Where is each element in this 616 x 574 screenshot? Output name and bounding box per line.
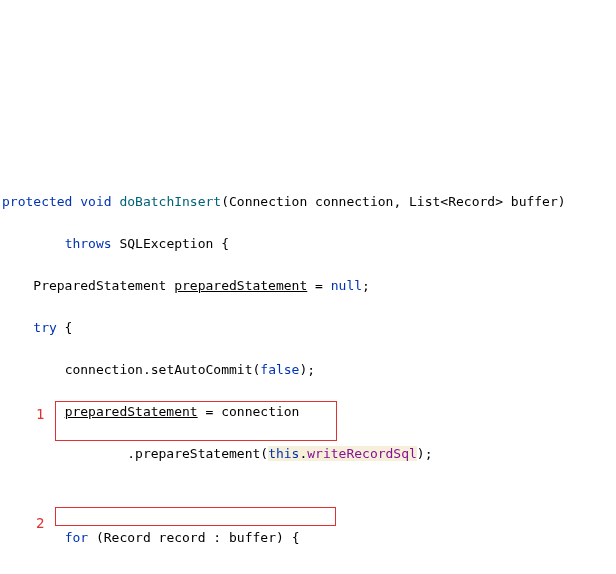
var-connection: connection — [221, 404, 299, 419]
code-line: protected void doBatchInsert(Connection … — [2, 191, 614, 212]
keyword-throws: throws — [65, 236, 112, 251]
keyword-this: this — [268, 446, 299, 461]
call-preparestatement: prepareStatement — [135, 446, 260, 461]
type-list: List — [409, 194, 440, 209]
code-line: throws SQLException { — [2, 233, 614, 254]
method-name: doBatchInsert — [119, 194, 221, 209]
type-record: Record — [104, 530, 151, 545]
annotation-2: 2 — [36, 513, 44, 534]
keyword-protected: protected — [2, 194, 72, 209]
field-writerecordsql: writeRecordSql — [307, 446, 417, 461]
param-buffer: buffer — [511, 194, 558, 209]
code-line — [2, 485, 614, 506]
var-record: record — [159, 530, 206, 545]
code-line: PreparedStatement preparedStatement = nu… — [2, 275, 614, 296]
var-connection: connection — [65, 362, 143, 377]
var-preparedstatement: preparedStatement — [65, 404, 198, 419]
code-line: try { — [2, 317, 614, 338]
call-setautocommit: setAutoCommit — [151, 362, 253, 377]
keyword-for: for — [65, 530, 88, 545]
keyword-void: void — [80, 194, 111, 209]
type-record: Record — [448, 194, 495, 209]
code-line: .prepareStatement(this.writeRecordSql); — [2, 443, 614, 464]
param-connection: connection — [315, 194, 393, 209]
type-connection: Connection — [229, 194, 307, 209]
code-line: preparedStatement = connection — [2, 401, 614, 422]
var-buffer: buffer — [229, 530, 276, 545]
keyword-null: null — [331, 278, 362, 293]
keyword-false: false — [260, 362, 299, 377]
code-line: connection.setAutoCommit(false); — [2, 359, 614, 380]
var-preparedstatement: preparedStatement — [174, 278, 307, 293]
code-line: preparedStatement = fillPreparedStatemen… — [2, 569, 614, 574]
annotation-1: 1 — [36, 404, 44, 425]
code-line: for (Record record : buffer) { — [2, 527, 614, 548]
code-container: 1 2 protected void doBatchInsert(Connect… — [2, 86, 614, 574]
type-sqlexception: SQLException — [119, 236, 213, 251]
type-preparedstatement: PreparedStatement — [33, 278, 166, 293]
highlight-box-2 — [55, 507, 336, 526]
keyword-try: try — [33, 320, 56, 335]
